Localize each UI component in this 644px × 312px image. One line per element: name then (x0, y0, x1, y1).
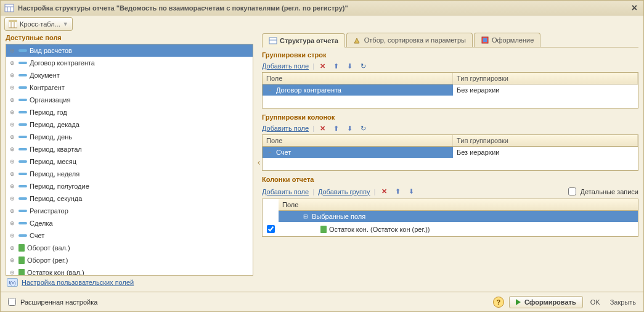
dimension-icon (18, 111, 27, 113)
report-col-item-checkbox[interactable] (267, 225, 275, 233)
expand-icon[interactable]: ⊕ (9, 244, 16, 252)
report-move-up-icon[interactable]: ⬆ (393, 187, 402, 197)
svg-rect-8 (269, 38, 277, 44)
help-icon[interactable]: ? (493, 297, 504, 308)
rows-grouping-field: Договор контрагента (276, 86, 341, 94)
rows-move-down-icon[interactable]: ⬇ (345, 61, 355, 71)
generate-button[interactable]: Сформировать (509, 296, 583, 308)
expand-icon[interactable]: ⊕ (9, 59, 16, 67)
report-col-item-row[interactable]: Остаток кон. (Остаток кон (рег.)) (263, 222, 638, 236)
cross-table-button[interactable]: Кросс-табл... ▼ (4, 17, 73, 31)
expand-icon[interactable]: ⊕ (9, 257, 16, 264)
table-icon (9, 20, 17, 28)
rows-col-field: Поле (263, 73, 453, 84)
available-field-item[interactable]: ⊕Остаток кон (вал.) (6, 266, 253, 276)
close-button[interactable]: Закрыть (608, 297, 638, 307)
dimension-icon (18, 148, 27, 150)
report-move-down-icon[interactable]: ⬇ (406, 187, 416, 197)
resource-icon (320, 226, 327, 233)
expand-icon[interactable]: ⊕ (9, 109, 16, 116)
rows-add-field-link[interactable]: Добавить поле (262, 62, 309, 70)
ok-button[interactable]: OK (588, 297, 603, 307)
selected-fields-node[interactable]: ⊟Выбранные поля (263, 211, 638, 222)
available-fields-list[interactable]: ⊕Вид расчетов⊕Договор контрагента⊕Докуме… (6, 44, 253, 276)
report-add-group-link[interactable]: Добавить группу (318, 188, 370, 195)
available-field-item[interactable]: ⊕Организация (6, 94, 253, 106)
expand-icon[interactable]: ⊕ (9, 195, 16, 202)
expand-icon[interactable]: ⊕ (9, 47, 16, 54)
dimension-icon (18, 123, 27, 126)
tab-label: Структура отчета (280, 37, 338, 44)
expand-icon[interactable]: ⊕ (9, 269, 16, 276)
field-label: Период, секунда (30, 195, 82, 202)
available-field-item[interactable]: ⊕Период, секунда (6, 192, 253, 205)
expand-icon[interactable]: ⊕ (9, 232, 16, 239)
dimension-icon (18, 86, 27, 89)
available-field-item[interactable]: ⊕Период, квартал (6, 143, 253, 155)
dimension-icon (18, 185, 27, 187)
available-field-item[interactable]: ⊕Регистратор (6, 205, 253, 217)
expand-icon[interactable]: ⊕ (9, 72, 16, 79)
available-field-item[interactable]: ⊕Период, год (6, 106, 253, 118)
report-add-field-link[interactable]: Добавить поле (262, 188, 309, 195)
available-field-item[interactable]: ⊕Оборот (рег.) (6, 254, 253, 266)
detail-records-label: Детальные записи (581, 188, 638, 195)
field-label: Сделка (30, 220, 53, 227)
rows-grouping-row[interactable]: −Договор контрагента Без иерархии (263, 84, 638, 96)
available-field-item[interactable]: ⊕Период, декада (6, 118, 253, 131)
available-field-item[interactable]: ⊕Документ (6, 69, 253, 81)
available-field-item[interactable]: ⊕Договор контрагента (6, 57, 253, 69)
available-field-item[interactable]: ⊕Период, неделя (6, 168, 253, 180)
expand-icon[interactable]: ⊕ (9, 84, 16, 91)
expand-icon[interactable]: ⊕ (9, 183, 16, 190)
dimension-icon (18, 234, 27, 237)
available-field-item[interactable]: ⊕Вид расчетов (6, 44, 253, 57)
cols-refresh-icon[interactable]: ↻ (359, 123, 369, 133)
expand-icon[interactable]: ⊕ (9, 146, 16, 153)
expand-icon[interactable]: ⊕ (9, 170, 16, 178)
detail-records-checkbox[interactable] (568, 187, 576, 195)
cols-grouping-title: Группировки колонок (262, 113, 638, 121)
tab[interactable]: Отбор, сортировка и параметры (346, 33, 473, 47)
resource-icon (18, 244, 25, 252)
field-label: Счет (30, 232, 44, 239)
field-label: Период, полугодие (30, 183, 89, 190)
expand-icon[interactable]: ⊕ (9, 220, 16, 227)
rows-move-up-icon[interactable]: ⬆ (332, 61, 341, 71)
tab[interactable]: Оформление (474, 33, 540, 47)
tab[interactable]: Структура отчета (262, 33, 345, 47)
window-title: Настройка структуры отчета "Ведомость по… (18, 4, 629, 12)
cols-grouping-row[interactable]: −Счет Без иерархии (263, 147, 638, 158)
expand-icon[interactable]: ⊕ (9, 133, 16, 141)
tab-icon (353, 36, 362, 44)
cols-add-field-link[interactable]: Добавить поле (262, 125, 309, 132)
svg-rect-5 (9, 20, 17, 22)
expand-icon[interactable]: ⊕ (9, 207, 16, 215)
field-label: Остаток кон (вал.) (27, 269, 84, 276)
report-cols-title: Колонки отчета (262, 176, 638, 183)
rows-delete-icon[interactable]: ✕ (318, 61, 328, 71)
selected-fields-label: Выбранные поля (312, 213, 365, 220)
resource-icon (18, 257, 25, 264)
expand-icon[interactable]: ⊕ (9, 121, 16, 128)
svg-rect-0 (5, 4, 14, 12)
cols-move-up-icon[interactable]: ⬆ (332, 123, 341, 133)
expand-icon[interactable]: ⊕ (9, 158, 16, 165)
field-label: Оборот (вал.) (27, 244, 70, 252)
user-fields-link[interactable]: Настройка пользовательских полей (22, 279, 134, 286)
extended-settings-checkbox[interactable] (8, 298, 16, 306)
expand-icon[interactable]: ⊕ (9, 96, 16, 104)
available-field-item[interactable]: ⊕Период, месяц (6, 155, 253, 168)
available-field-item[interactable]: ⊕Контрагент (6, 81, 253, 94)
close-icon[interactable]: × (629, 2, 640, 14)
available-field-item[interactable]: ⊕Период, полугодие (6, 180, 253, 192)
rows-refresh-icon[interactable]: ↻ (359, 61, 369, 71)
available-field-item[interactable]: ⊕Сделка (6, 217, 253, 229)
available-field-item[interactable]: ⊕Оборот (вал.) (6, 242, 253, 254)
cols-move-down-icon[interactable]: ⬇ (345, 123, 355, 133)
splitter[interactable]: ‹ (256, 33, 262, 292)
cols-delete-icon[interactable]: ✕ (318, 123, 328, 133)
available-field-item[interactable]: ⊕Счет (6, 229, 253, 242)
available-field-item[interactable]: ⊕Период, день (6, 131, 253, 143)
report-delete-icon[interactable]: ✕ (379, 187, 389, 197)
